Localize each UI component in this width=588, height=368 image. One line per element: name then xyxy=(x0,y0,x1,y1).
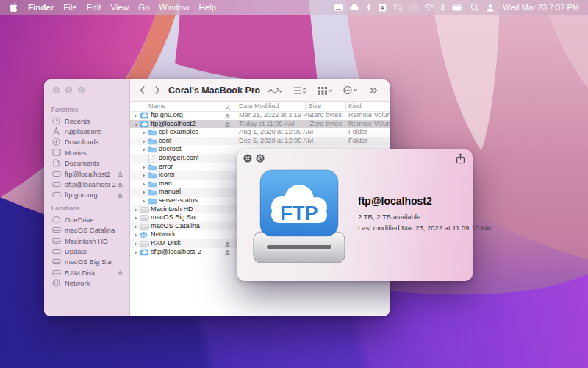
bolt-icon[interactable] xyxy=(366,3,372,12)
cloud-icon[interactable] xyxy=(350,4,359,11)
file-name: man xyxy=(159,180,172,188)
close-icon[interactable] xyxy=(243,154,252,163)
forward-button[interactable] xyxy=(154,85,161,95)
file-size: Zero bytes xyxy=(273,120,342,129)
sidebar-item-downloads[interactable]: Downloads xyxy=(44,137,129,147)
sidebar-item-ftp-gnu-org[interactable]: ftp.gnu.org xyxy=(44,190,129,200)
toolbar-actions xyxy=(268,85,390,95)
sidebar-item-label: Documents xyxy=(65,159,99,167)
menu-go[interactable]: Go xyxy=(138,3,149,12)
column-header-kind[interactable]: Kind xyxy=(348,102,362,110)
sidebar-item-label: ftp@localhost2 xyxy=(65,170,110,178)
user-switch-icon[interactable] xyxy=(486,4,495,12)
airplay-off-icon[interactable] xyxy=(393,4,403,12)
drive-icon xyxy=(51,269,61,276)
applications-icon xyxy=(51,127,61,135)
back-button[interactable] xyxy=(139,85,146,95)
ftp-drive-icon: FTP xyxy=(251,169,348,267)
disclosure-right-icon[interactable] xyxy=(134,250,138,258)
toolbar: Coral's MacBook Pro xyxy=(130,79,390,102)
sidebar-item-network[interactable]: Network xyxy=(44,277,129,288)
menu-finder[interactable]: Finder xyxy=(28,3,54,12)
file-name: ftp.gnu.org xyxy=(151,111,183,120)
sidebar-item-macintosh-hd[interactable]: Macintosh HD xyxy=(44,236,129,246)
sidebar-item-label: ftp.gnu.org xyxy=(65,191,98,199)
file-row-ftp-gnu-org[interactable]: ftp.gnu.orgMar 21, 2022 at 3:19 PMZero b… xyxy=(130,111,390,120)
network-globe-icon xyxy=(51,279,61,287)
sidebar-item-update[interactable]: Update xyxy=(44,246,129,256)
column-header-size[interactable]: Size xyxy=(309,102,321,110)
clock-icon[interactable] xyxy=(409,4,417,12)
menu-help[interactable]: Help xyxy=(198,3,216,12)
list-view-icon[interactable] xyxy=(293,86,306,95)
sidebar-item-ram-disk[interactable]: RAM Disk xyxy=(44,267,129,277)
sidebar-item-sftp-localhost-2[interactable]: sftp@localhost-2 xyxy=(44,179,129,189)
share-button[interactable] xyxy=(456,153,465,164)
sidebar-section-favorites: FavoritesRecentsApplicationsDownloadsMov… xyxy=(44,102,129,200)
eject-icon[interactable] xyxy=(117,269,123,277)
drive-icon xyxy=(51,227,61,233)
more-icon[interactable] xyxy=(343,85,358,95)
network-drive-icon xyxy=(51,191,61,198)
menu-window[interactable]: Window xyxy=(159,3,190,12)
sidebar-sections: FavoritesRecentsApplicationsDownloadsMov… xyxy=(44,102,129,289)
sidebar-item-onedrive[interactable]: OneDrive xyxy=(44,214,129,224)
overflow-icon[interactable] xyxy=(369,86,378,95)
share-menu-icon[interactable] xyxy=(268,86,282,95)
sidebar-section-title: Favorites xyxy=(44,102,129,116)
sidebar-item-label: RAM Disk xyxy=(65,269,96,277)
battery-icon[interactable] xyxy=(452,4,464,11)
svg-text:A: A xyxy=(381,4,385,11)
sidebar-item-applications[interactable]: Applications xyxy=(44,126,129,136)
nav-buttons xyxy=(139,85,161,95)
sidebar-item-movies[interactable]: Movies xyxy=(44,147,129,158)
spotlight-icon[interactable] xyxy=(470,3,479,12)
onedrive-icon xyxy=(51,216,61,223)
menu-bar-clock[interactable]: Wed Mar 23 7:37 PM xyxy=(503,3,579,12)
column-header-name[interactable]: Name xyxy=(148,102,165,110)
sidebar-item-label: Applications xyxy=(65,127,102,135)
menu-view[interactable]: View xyxy=(111,3,129,12)
eject-icon[interactable] xyxy=(117,192,123,200)
display-icon[interactable] xyxy=(334,4,343,12)
popup-capacity: 2 TB, 2 TB available xyxy=(358,213,468,221)
file-name: server-status xyxy=(159,197,198,205)
sidebar-section-locations: LocationsOneDrivemacOS CatalinaMacintosh… xyxy=(44,200,129,289)
file-name: error xyxy=(159,163,173,171)
wifi-icon[interactable] xyxy=(424,4,434,11)
file-name: macOS Catalina xyxy=(151,222,200,231)
file-kind: Remote Volume xyxy=(348,111,390,120)
input-source-icon[interactable]: A xyxy=(379,4,387,12)
file-row-cgi-examples[interactable]: cgi-examplesAug 1, 2020 at 12:00 AM--Fol… xyxy=(130,128,390,137)
zoom-button[interactable] xyxy=(78,87,85,93)
sidebar-item-documents[interactable]: Documents xyxy=(44,158,129,169)
eject-icon[interactable] xyxy=(224,249,231,258)
sidebar-item-ftp-localhost2[interactable]: ftp@localhost2 xyxy=(44,169,129,179)
ftp-icon-label: FTP xyxy=(281,202,318,224)
search-icon[interactable] xyxy=(389,86,390,95)
sidebar-item-label: sftp@localhost-2 xyxy=(65,180,116,188)
sidebar-item-label: Movies xyxy=(65,149,87,157)
file-row-ftp-localhost2[interactable]: ftp@localhost2Today at 11:09 AMZero byte… xyxy=(130,120,390,129)
file-row-conf[interactable]: confDec 5, 2020 at 12:00 AM--Folder xyxy=(130,137,390,146)
group-icon[interactable] xyxy=(318,86,332,95)
popup-info: ftp@localhost2 2 TB, 2 TB available Last… xyxy=(358,195,468,232)
sidebar-item-macos-catalina[interactable]: macOS Catalina xyxy=(44,225,129,236)
close-button[interactable] xyxy=(53,87,60,93)
eject-icon[interactable] xyxy=(117,181,123,189)
bluetooth-icon[interactable] xyxy=(440,3,445,12)
sidebar-item-label: Network xyxy=(65,279,90,287)
menu-file[interactable]: File xyxy=(63,3,77,12)
file-kind: Remote Volume xyxy=(348,120,390,129)
column-header-date-modified[interactable]: Date Modified xyxy=(239,102,279,110)
sidebar-item-label: Update xyxy=(65,247,87,255)
eject-icon[interactable] xyxy=(117,171,123,179)
apple-menu-icon[interactable] xyxy=(9,2,18,13)
file-name: docroot xyxy=(159,145,182,154)
sidebar-item-macos-big-sur[interactable]: macOS Big Sur xyxy=(44,257,129,267)
sidebar-item-recents[interactable]: Recents xyxy=(44,116,129,126)
minimize-button[interactable] xyxy=(65,87,72,93)
slash-icon[interactable] xyxy=(256,154,265,163)
menu-edit[interactable]: Edit xyxy=(87,3,101,12)
window-title: Coral's MacBook Pro xyxy=(168,85,260,96)
